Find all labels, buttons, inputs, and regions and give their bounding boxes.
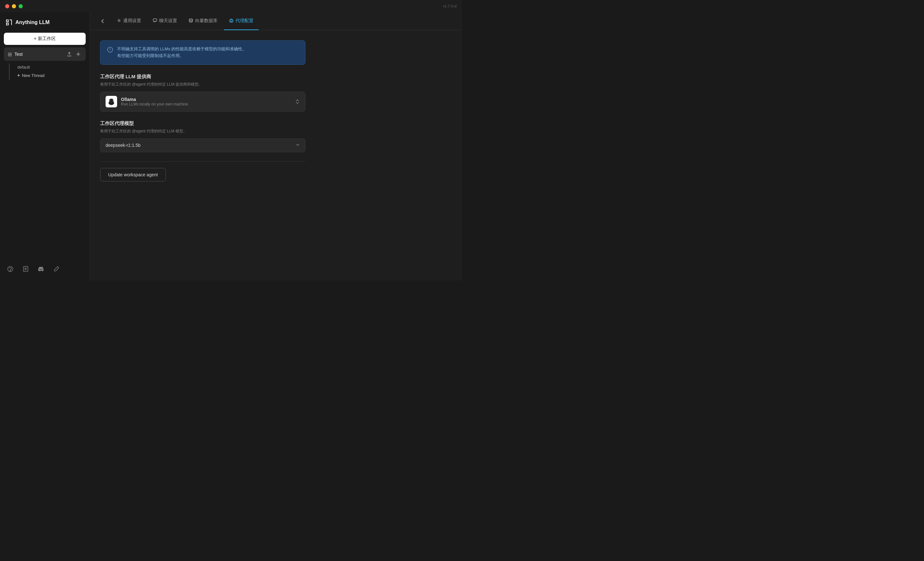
svg-point-11 [110, 51, 110, 51]
agent-icon [229, 18, 234, 24]
svg-rect-5 [153, 19, 157, 21]
thread-connector: default + New Thread [9, 63, 86, 80]
version-label: v1.7.3-r2 [443, 4, 457, 8]
chat-icon [153, 18, 157, 24]
tab-vector-label: 向量数据库 [195, 18, 218, 24]
vector-icon [189, 18, 193, 24]
maximize-button[interactable] [19, 4, 23, 8]
provider-description: Run LLMs locally on your own machine. [121, 102, 291, 106]
new-thread-label: New Thread [22, 73, 45, 78]
workspace-grid-icon: ⊞ [8, 51, 12, 57]
workspace-settings-button[interactable] [75, 51, 82, 58]
close-button[interactable] [5, 4, 9, 8]
top-nav: 通用设置 聊天设置 [90, 12, 462, 30]
back-button[interactable] [98, 16, 108, 26]
docs-icon-button[interactable] [21, 264, 31, 274]
section-divider [100, 161, 305, 162]
svg-point-13 [110, 99, 113, 103]
new-workspace-button[interactable]: + 新工作区 [4, 33, 86, 45]
minimize-button[interactable] [12, 4, 16, 8]
tab-general[interactable]: 通用设置 [112, 12, 146, 30]
title-bar: v1.7.3-r2 [0, 0, 462, 12]
svg-point-0 [78, 54, 79, 55]
svg-point-6 [189, 19, 192, 20]
model-section: 工作区代理模型 将用于此工作区的 @agent 代理的特定 LLM 模型。 de… [100, 121, 305, 152]
warning-banner: 不明确支持工具调用的 LLMs 的性能高度依赖于模型的功能和准确性。 有些能力可… [100, 40, 305, 65]
window-controls [5, 4, 23, 8]
provider-section: 工作区代理 LLM 提供商 将用于此工作区的 @agent 代理的特定 LLM … [100, 74, 305, 112]
main-content: 通用设置 聊天设置 [90, 12, 462, 280]
default-thread-label: default [15, 63, 86, 71]
workspace-name: Test [14, 52, 23, 57]
update-workspace-agent-button[interactable]: Update workspace agent [100, 168, 166, 181]
tab-agent-label: 代理配置 [236, 18, 254, 24]
workspace-item-test[interactable]: ⊞ Test [4, 48, 86, 61]
sidebar: Anything LLM + 新工作区 ⊞ Test [0, 12, 90, 280]
selected-model-label: deepseek-r1:1.5b [105, 143, 141, 148]
chevron-updown-icon [295, 99, 300, 105]
support-icon-button[interactable] [5, 264, 15, 274]
thread-section: default + New Thread [4, 63, 86, 80]
discord-icon-button[interactable] [36, 264, 46, 274]
provider-name: Ollama [121, 97, 291, 102]
provider-info: Ollama Run LLMs locally on your own mach… [121, 97, 291, 106]
warning-line1: 不明确支持工具调用的 LLMs 的性能高度依赖于模型的功能和准确性。 [117, 46, 246, 51]
svg-point-2 [10, 271, 10, 271]
svg-point-8 [230, 21, 231, 21]
tab-vector[interactable]: 向量数据库 [183, 12, 223, 30]
svg-point-4 [118, 20, 120, 21]
warning-text: 不明确支持工具调用的 LLMs 的性能高度依赖于模型的功能和准确性。 有些能力可… [117, 46, 246, 59]
provider-select-dropdown[interactable]: Ollama Run LLMs locally on your own mach… [100, 92, 305, 112]
svg-point-9 [232, 21, 232, 21]
warning-icon [107, 46, 113, 54]
app-title: Anything LLM [15, 19, 50, 25]
chevron-down-icon [296, 143, 300, 148]
app-body: Anything LLM + 新工作区 ⊞ Test [0, 12, 462, 280]
tab-agent[interactable]: 代理配置 [224, 12, 259, 30]
plus-icon: + [17, 73, 20, 78]
tab-chat-label: 聊天设置 [159, 18, 177, 24]
workspace-action-buttons [66, 51, 82, 58]
model-section-title: 工作区代理模型 [100, 121, 305, 127]
svg-point-14 [110, 100, 111, 101]
provider-logo [105, 96, 117, 108]
tab-chat[interactable]: 聊天设置 [148, 12, 182, 30]
svg-point-15 [112, 100, 113, 101]
tools-icon-button[interactable] [51, 264, 62, 274]
provider-section-desc: 将用于此工作区的 @agent 代理的特定 LLM 提供商和模型。 [100, 82, 305, 87]
app-logo-icon [5, 19, 13, 26]
provider-section-title: 工作区代理 LLM 提供商 [100, 74, 305, 80]
model-section-desc: 将用于此工作区的 @agent 代理的特定 LLM 模型。 [100, 129, 305, 134]
new-thread-button[interactable]: + New Thread [15, 71, 86, 80]
model-select-dropdown[interactable]: deepseek-r1:1.5b [100, 139, 305, 152]
sidebar-logo: Anything LLM [4, 16, 86, 30]
workspace-upload-button[interactable] [66, 51, 73, 58]
sidebar-bottom-nav [4, 261, 86, 277]
tab-general-label: 通用设置 [123, 18, 141, 24]
content-area: 不明确支持工具调用的 LLMs 的性能高度依赖于模型的功能和准确性。 有些能力可… [90, 30, 462, 280]
general-icon [117, 18, 121, 24]
warning-line2: 有些能力可能受到限制或不起作用。 [117, 53, 184, 58]
